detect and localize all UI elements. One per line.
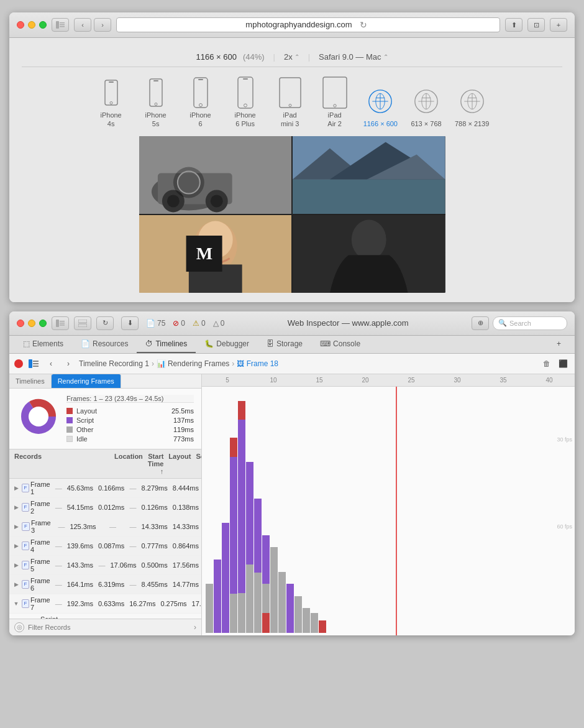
tab-storage[interactable]: 🗄 Storage: [258, 336, 311, 353]
table-row-frame3[interactable]: ▶ F Frame 3 — 125.3ms — — 14.33ms 14.33m…: [9, 517, 201, 537]
toolbar-right: 🗑 ⬛: [540, 357, 570, 371]
toggle-fullscreen-button[interactable]: ⊡: [527, 18, 545, 32]
browser-selector[interactable]: Safari 9.0 — Mac ⌃: [319, 52, 388, 62]
tab-elements[interactable]: ⬚ Elements: [14, 336, 72, 353]
col-header-layout: Layout: [166, 451, 193, 476]
tab-timelines[interactable]: ⏱ Timelines: [137, 336, 196, 353]
bars-container: [202, 387, 575, 635]
inspector-main: Timelines Rendering Frames: [9, 374, 575, 635]
device-iphone6plus[interactable]: iPhone6 Plus: [229, 77, 262, 129]
breadcrumb-item-recording[interactable]: Timeline Recording 1: [79, 359, 149, 368]
add-tab-button[interactable]: +: [548, 336, 570, 353]
records-table: Records Location Start Time ↑ Layout Scr…: [9, 449, 201, 619]
timeline-chart: 30 fps 60 fps: [202, 387, 575, 635]
scale-control[interactable]: 2x ⌃: [284, 52, 299, 62]
table-row-frame2[interactable]: ▶ F Frame 2 — 54.15ms 0.012ms — 0.126ms …: [9, 498, 201, 517]
table-row-script-evaluated[interactable]: ▼ S Script Evaluated 🔲 globalheader.js:1…: [9, 614, 201, 619]
device-iphone4s[interactable]: iPhone4s: [95, 77, 127, 129]
record-button[interactable]: [14, 359, 23, 368]
sidebar-toggle-button[interactable]: [52, 18, 69, 32]
tab-console[interactable]: ⌨ Console: [311, 336, 369, 353]
preview-cell-4: [293, 215, 445, 293]
search-placeholder: Search: [509, 320, 531, 327]
svg-point-15: [244, 104, 247, 107]
svg-rect-5: [109, 81, 114, 83]
breadcrumb-item-frames[interactable]: 📊 Rendering Frames: [157, 359, 229, 368]
svg-point-58: [29, 407, 48, 426]
url-bar[interactable]: mphotographyanddesign.com ↻: [116, 17, 500, 32]
tab-resources[interactable]: 📄 Resources: [72, 336, 137, 353]
browser-content: 1166 × 600 (44%) | 2x ⌃ | Safari 9.0 — M…: [9, 38, 575, 302]
reload-button[interactable]: ↻: [356, 18, 371, 32]
svg-rect-55: [33, 363, 39, 364]
ruler-40: 40: [526, 377, 572, 384]
share-button[interactable]: ⬆: [505, 18, 522, 32]
inspector-sidebar-toggle[interactable]: [52, 316, 69, 330]
inspector-window: ↻ ⬇ 📄75 ⊘0 ⚠0 △0 Web Inspector — www.app…: [9, 311, 575, 635]
expand-button[interactable]: ›: [194, 623, 196, 632]
next-button[interactable]: ›: [62, 357, 75, 371]
svg-rect-51: [78, 320, 87, 323]
close-button[interactable]: [17, 21, 24, 29]
bar-1: [206, 584, 213, 632]
clear-button[interactable]: 🗑: [540, 357, 554, 371]
svg-rect-14: [243, 78, 248, 80]
device-label-613x768: 613 × 768: [411, 119, 441, 128]
responsive-bar: 1166 × 600 (44%) | 2x ⌃ | Safari 9.0 — M…: [22, 47, 562, 67]
filter-toggle-button[interactable]: ◎: [14, 622, 24, 632]
inspector-title: Web Inspector — www.apple.com: [229, 318, 467, 328]
filter-input[interactable]: [28, 622, 190, 633]
new-tab-button[interactable]: +: [550, 18, 567, 32]
table-row-frame5[interactable]: ▶ F Frame 5 — 143.3ms — 17.06ms 0.500ms …: [9, 556, 201, 575]
svg-rect-52: [78, 324, 87, 327]
filter-bar: ◎ ›: [9, 619, 201, 635]
chart-area: Frames: 1 – 23 (23.49s – 24.5s) Layout 2…: [9, 389, 201, 449]
svg-point-45: [352, 219, 386, 259]
device-icon-613x768: [414, 86, 439, 117]
inspector-fullscreen-button[interactable]: [39, 320, 47, 327]
tab-debugger[interactable]: 🐛 Debugger: [196, 336, 258, 353]
inspector-minimize-button[interactable]: [28, 320, 35, 327]
prev-button[interactable]: ‹: [44, 357, 58, 371]
sidebar-tab-timelines[interactable]: Timelines: [9, 374, 52, 388]
console-icon: ⌨: [320, 339, 331, 348]
svg-rect-11: [198, 79, 203, 80]
inspector-close-button[interactable]: [17, 320, 24, 327]
nav-buttons: ‹ ›: [74, 18, 111, 32]
device-1166x600[interactable]: 1166 × 600: [363, 86, 398, 128]
snap-button[interactable]: ⬛: [556, 357, 570, 371]
col-header-start[interactable]: Start Time ↑: [145, 451, 166, 476]
device-iphone6[interactable]: iPhone6: [185, 77, 217, 129]
device-ipadmini3[interactable]: iPadmini 3: [274, 77, 306, 129]
table-row-frame7[interactable]: ▼ F Frame 7 — 192.3ms 0.633ms 16.27ms 0.…: [9, 594, 201, 614]
inspector-layout-toggle[interactable]: [74, 316, 91, 330]
table-row-frame1[interactable]: ▶ F Frame 1 — 45.63ms 0.166ms — 8.279ms …: [9, 479, 201, 498]
inspector-tabs: ⬚ Elements 📄 Resources ⏱ Timelines 🐛 Deb…: [9, 336, 575, 354]
network-button[interactable]: ⊕: [472, 316, 489, 330]
back-button[interactable]: ‹: [74, 18, 91, 32]
minimize-button[interactable]: [28, 21, 35, 29]
device-613x768[interactable]: 613 × 768: [410, 86, 442, 128]
debugger-icon: 🐛: [204, 339, 214, 348]
device-label-iphone6plus: iPhone6 Plus: [234, 111, 255, 129]
table-row-frame4[interactable]: ▶ F Frame 4 — 139.6ms 0.087ms — 0.777ms …: [9, 537, 201, 556]
table-row-frame6[interactable]: ▶ F Frame 6 — 164.1ms 6.319ms — 8.455ms …: [9, 575, 201, 594]
search-bar[interactable]: 🔍 Search: [493, 316, 567, 330]
device-icon-1166x600: [368, 86, 393, 117]
sidebar-tab-rendering[interactable]: Rendering Frames: [52, 374, 121, 388]
device-iphone5s[interactable]: iPhone5s: [140, 77, 172, 129]
reload-inspector-button[interactable]: ↻: [96, 316, 114, 330]
device-788x2139[interactable]: 788 × 2139: [455, 86, 489, 128]
fullscreen-button[interactable]: [39, 21, 47, 29]
breadcrumb-item-frame18[interactable]: 🖼 Frame 18: [237, 359, 278, 368]
device-ipadair2[interactable]: iPadAir 2: [319, 77, 351, 129]
svg-rect-2: [60, 24, 65, 25]
legend-other: Other 119ms: [66, 426, 194, 433]
sidebar-view-button[interactable]: [27, 357, 40, 371]
legend-layout: Layout 25.5ms: [66, 407, 194, 415]
download-button[interactable]: ⬇: [121, 316, 139, 330]
storage-icon: 🗄: [267, 339, 274, 348]
inspector-traffic-lights: [17, 320, 47, 327]
message-count: △0: [213, 319, 225, 328]
forward-button[interactable]: ›: [94, 18, 111, 32]
